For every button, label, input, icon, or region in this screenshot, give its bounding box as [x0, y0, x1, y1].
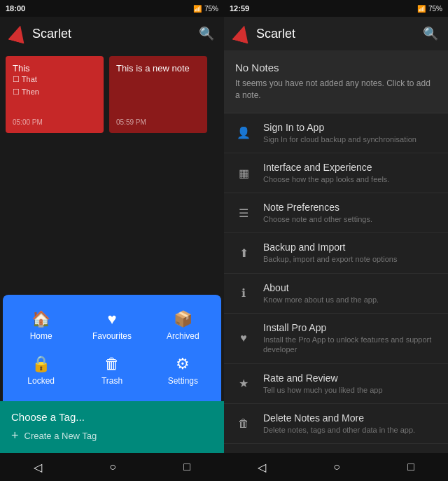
nav-trash[interactable]: 🗑 Trash — [79, 351, 144, 390]
right-status-icons: 📶 75% — [417, 5, 442, 13]
menu-note-prefs-text: Note Preferences Choose note and other s… — [263, 202, 372, 224]
left-panel: 18:00 📶 75% Scarlet 🔍 This ☐ That ☐ Then… — [0, 0, 224, 481]
delete-icon: 🗑 — [234, 414, 253, 433]
trash-icon: 🗑 — [104, 355, 120, 373]
menu-delete-desc: Delete notes, tags and other data in the… — [263, 425, 415, 435]
no-notes-desc: It seems you have not added any notes. C… — [235, 78, 437, 102]
right-app-header: Scarlet 🔍 — [224, 17, 448, 50]
note-2-title: This is a new note — [116, 63, 200, 74]
info-icon: ℹ — [234, 284, 253, 303]
left-time: 18:00 — [6, 4, 25, 13]
menu-backup[interactable]: ⬆ Backup and Import Backup, import and e… — [224, 233, 448, 273]
left-recent-button[interactable]: □ — [172, 458, 202, 476]
left-app-title: Scarlet — [32, 27, 71, 41]
right-search-icon[interactable]: 🔍 — [423, 26, 438, 41]
nav-home[interactable]: 🏠 Home — [8, 306, 74, 345]
nav-settings[interactable]: ⚙ Settings — [150, 351, 216, 390]
menu-backup-text: Backup and Import Backup, import and exp… — [263, 242, 397, 264]
menu-interface[interactable]: ▦ Interface and Experience Choose how th… — [224, 153, 448, 193]
menu-pro-app-title: Install Pro App — [263, 322, 438, 333]
menu-backup-title: Backup and Import — [263, 242, 397, 253]
nav-drawer: 🏠 Home ♥ Favourites 📦 Archived 🔒 Locked … — [3, 295, 221, 401]
menu-about-text: About Know more about us and the app. — [263, 282, 379, 305]
tag-section-title: Choose a Tag... — [11, 411, 213, 423]
menu-rate-desc: Tell us how much you liked the app — [263, 385, 383, 395]
nav-locked-label: Locked — [27, 376, 55, 386]
nav-home-label: Home — [30, 331, 52, 341]
left-back-button[interactable]: ◁ — [22, 458, 53, 477]
prefs-icon: ☰ — [234, 203, 253, 223]
interface-icon: ▦ — [234, 163, 253, 183]
nav-trash-label: Trash — [102, 376, 122, 386]
left-logo-area: Scarlet — [10, 25, 71, 42]
menu-backup-desc: Backup, import and export note options — [263, 254, 397, 264]
note-card-2[interactable]: This is a new note 05:59 PM — [109, 56, 207, 133]
menu-interface-desc: Choose how the app looks and feels. — [263, 174, 389, 184]
settings-icon: ⚙ — [176, 355, 190, 373]
nav-favourites[interactable]: ♥ Favourites — [79, 306, 144, 345]
menu-sign-in-title: Sign In to App — [263, 122, 416, 133]
right-home-button[interactable]: ○ — [322, 458, 351, 476]
nav-settings-label: Settings — [168, 376, 198, 386]
menu-delete[interactable]: 🗑 Delete Notes and More Delete notes, ta… — [224, 404, 448, 444]
menu-delete-title: Delete Notes and More — [263, 412, 415, 424]
archive-icon: 📦 — [174, 310, 192, 328]
note-card-1[interactable]: This ☐ That ☐ Then 05:00 PM — [6, 56, 104, 133]
right-recent-button[interactable]: □ — [396, 458, 426, 476]
nav-archived-label: Archived — [167, 331, 200, 341]
nav-grid: 🏠 Home ♥ Favourites 📦 Archived 🔒 Locked … — [8, 306, 216, 390]
menu-about-desc: Know more about us and the app. — [263, 295, 379, 305]
note-1-title: This — [13, 63, 97, 74]
right-time: 12:59 — [230, 4, 249, 13]
menu-pro-app-desc: Install the Pro App to unlock features a… — [263, 335, 438, 355]
nav-archived[interactable]: 📦 Archived — [150, 306, 216, 345]
menu-interface-title: Interface and Experience — [263, 162, 389, 173]
left-status-icons: 📶 75% — [193, 5, 218, 13]
menu-sign-in[interactable]: 👤 Sign In to App Sign In for cloud backu… — [224, 113, 448, 153]
note-1-time: 05:00 PM — [13, 118, 97, 126]
menu-rate-text: Rate and Review Tell us how much you lik… — [263, 372, 383, 395]
menu-pro-app[interactable]: ♥ Install Pro App Install the Pro App to… — [224, 314, 448, 364]
menu-interface-text: Interface and Experience Choose how the … — [263, 162, 389, 184]
backup-icon: ⬆ — [234, 244, 253, 263]
home-icon: 🏠 — [31, 310, 50, 328]
menu-about-title: About — [263, 282, 379, 293]
menu-pro-app-text: Install Pro App Install the Pro App to u… — [263, 322, 438, 355]
tag-section: Choose a Tag... + Create a New Tag — [0, 401, 224, 453]
right-panel: 12:59 📶 75% Scarlet 🔍 No Notes It seems … — [224, 0, 448, 481]
right-logo-area: Scarlet — [234, 25, 295, 42]
create-tag-button[interactable]: + Create a New Tag — [11, 428, 213, 443]
menu-delete-text: Delete Notes and More Delete notes, tags… — [263, 412, 415, 435]
menu-note-prefs[interactable]: ☰ Note Preferences Choose note and other… — [224, 193, 448, 233]
heart-icon: ♥ — [107, 310, 116, 328]
nav-favourites-label: Favourites — [92, 331, 132, 341]
note-1-items: ☐ That ☐ Then — [13, 74, 97, 98]
menu-rate-title: Rate and Review — [263, 372, 383, 384]
left-search-icon[interactable]: 🔍 — [199, 26, 214, 41]
menu-sign-in-text: Sign In to App Sign In for cloud backup … — [263, 122, 416, 144]
menu-about[interactable]: ℹ About Know more about us and the app. — [224, 274, 448, 314]
left-app-header: Scarlet 🔍 — [0, 17, 224, 50]
menu-note-prefs-desc: Choose note and other settings. — [263, 214, 372, 224]
pro-heart-icon: ♥ — [234, 328, 253, 348]
star-icon: ★ — [234, 374, 253, 393]
create-tag-label: Create a New Tag — [24, 431, 97, 441]
scarlet-logo-icon — [8, 23, 28, 43]
note-2-time: 05:59 PM — [116, 118, 200, 126]
lock-icon: 🔒 — [31, 355, 50, 373]
no-notes-title: No Notes — [235, 62, 437, 74]
left-bottom-bar: ◁ ○ □ — [0, 453, 224, 481]
nav-locked[interactable]: 🔒 Locked — [8, 351, 74, 390]
menu-note-prefs-title: Note Preferences — [263, 202, 372, 213]
left-status-bar: 18:00 📶 75% — [0, 0, 224, 17]
menu-sign-in-desc: Sign In for cloud backup and synchronisa… — [263, 134, 416, 144]
right-bottom-bar: ◁ ○ □ — [224, 453, 448, 481]
menu-rate[interactable]: ★ Rate and Review Tell us how much you l… — [224, 364, 448, 404]
right-status-bar: 12:59 📶 75% — [224, 0, 448, 17]
no-notes-section: No Notes It seems you have not added any… — [224, 50, 448, 113]
person-icon: 👤 — [234, 123, 253, 143]
notes-area: This ☐ That ☐ Then 05:00 PM This is a ne… — [0, 50, 224, 295]
left-home-button[interactable]: ○ — [98, 458, 127, 476]
right-back-button[interactable]: ◁ — [246, 458, 277, 477]
menu-list: 👤 Sign In to App Sign In for cloud backu… — [224, 113, 448, 453]
